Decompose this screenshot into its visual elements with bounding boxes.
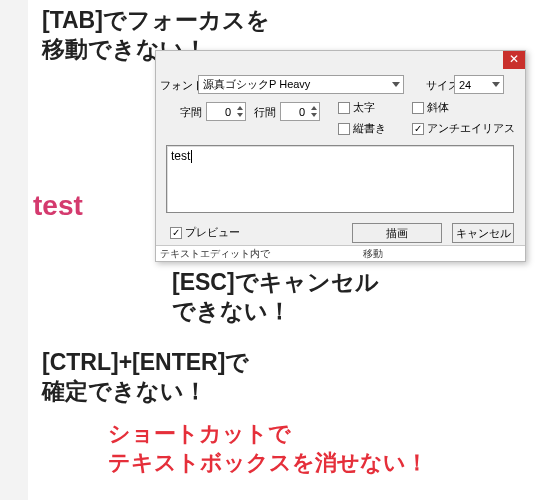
checkbox-label: 斜体 [427,100,449,115]
text-input-value: test [171,149,190,163]
button-label: 描画 [386,226,408,241]
leading-spinbox[interactable]: 0 [280,102,320,121]
checkbox-box: ✓ [170,227,182,239]
font-name-value: 源真ゴシックP Heavy [203,77,310,92]
checkbox-label: 縦書き [353,121,386,136]
leading-value: 0 [299,106,305,118]
checkbox-box [412,102,424,114]
canvas-preview-text: test [33,190,83,222]
label-kerning: 字間 [180,105,202,120]
hint-strip: テキストエディット内で 移動 [156,245,525,261]
annotation-ctrl-enter: [CTRL]+[ENTER]で確定できない！ [42,348,249,406]
close-button[interactable]: ✕ [503,51,525,69]
checkbox-italic[interactable]: 斜体 [412,100,449,115]
draw-button[interactable]: 描画 [352,223,442,243]
checkbox-box [338,123,350,135]
checkbox-box: ✓ [412,123,424,135]
annotation-shortcut: ショートカットでテキストボックスを消せない！ [108,420,428,477]
button-label: キャンセル [456,226,511,241]
close-icon: ✕ [509,52,519,66]
text-tool-dialog: ✕ フォント名 源真ゴシックP Heavy サイズ 24 字間 0 行間 0 太… [155,50,526,262]
size-combo[interactable]: 24 [454,75,504,94]
left-sidebar [0,0,28,500]
checkbox-preview[interactable]: ✓ プレビュー [170,225,240,240]
label-leading: 行間 [254,105,276,120]
checkbox-vertical[interactable]: 縦書き [338,121,386,136]
checkbox-bold[interactable]: 太字 [338,100,375,115]
checkbox-label: プレビュー [185,225,240,240]
size-value: 24 [459,79,471,91]
annotation-esc: [ESC]でキャンセルできない！ [172,268,379,326]
font-name-combo[interactable]: 源真ゴシックP Heavy [198,75,404,94]
kerning-value: 0 [225,106,231,118]
checkbox-label: 太字 [353,100,375,115]
checkbox-antialias[interactable]: ✓ アンチエイリアス [412,121,515,136]
checkbox-label: アンチエイリアス [427,121,515,136]
text-input-area[interactable]: test [166,145,514,213]
text-caret [191,150,192,163]
kerning-spinbox[interactable]: 0 [206,102,246,121]
checkbox-box [338,102,350,114]
cancel-button[interactable]: キャンセル [452,223,514,243]
